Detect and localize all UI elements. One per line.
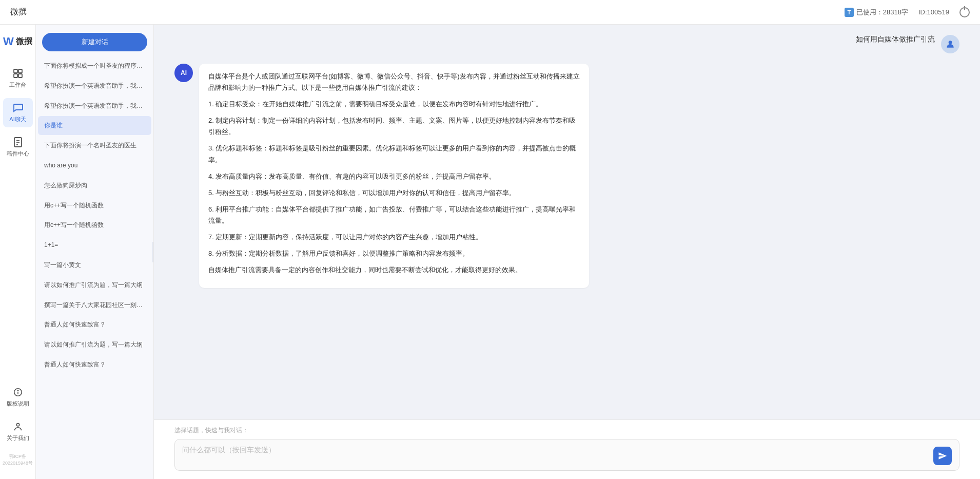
usage-info: T 已使用：28318字 <box>845 8 908 17</box>
history-item[interactable]: 请以如何推广引流为题，写一篇大纲 <box>38 335 151 354</box>
logo-w: W <box>3 35 14 48</box>
quick-topics-label: 选择话题，快速与我对话： <box>174 426 959 435</box>
workbench-label: 工作台 <box>9 81 26 89</box>
power-icon[interactable] <box>959 7 970 17</box>
svg-rect-3 <box>18 74 22 78</box>
topbar: 微撰 T 已使用：28318字 ID:100519 <box>0 0 980 25</box>
history-item[interactable]: 撰写一篇关于八大家花园社区一刻钟便民生... <box>38 296 151 315</box>
ai-chat-label: AI聊天 <box>9 116 26 123</box>
main-layout: W 微撰 工作台 AI聊天 <box>0 25 980 479</box>
svg-rect-1 <box>18 69 22 73</box>
svg-point-11 <box>16 424 19 426</box>
ai-paragraph-3: 3. 优化标题和标签：标题和标签是吸引粉丝的重要因素。优化标题和标签可以让更多的… <box>208 143 580 165</box>
chat-input[interactable] <box>182 445 928 465</box>
ai-message-row: AI 自媒体平台是个人或团队通过互联网平台(如博客、微博、微信公众号、抖音、快手… <box>174 64 959 288</box>
ai-message-bubble: 自媒体平台是个人或团队通过互联网平台(如博客、微博、微信公众号、抖音、快手等)发… <box>199 64 589 288</box>
history-item[interactable]: 下面你将扮演一个名叫圣友的医生 <box>38 136 151 155</box>
topbar-right: T 已使用：28318字 ID:100519 <box>845 7 970 17</box>
ai-paragraph-8: 8. 分析数据：定期分析数据，了解用户反馈和喜好，以便调整推广策略和内容发布频率… <box>208 248 580 259</box>
history-item[interactable]: 你是谁 <box>38 116 151 135</box>
history-item[interactable]: 下面你将模拟成一个叫圣友的程序员，我说... <box>38 56 151 75</box>
history-item[interactable]: 1+1= <box>38 236 151 255</box>
ai-paragraph-9: 自媒体推广引流需要具备一定的内容创作和社交能力，同时也需要不断尝试和优化，才能取… <box>208 264 580 276</box>
chat-area: 如何用自媒体做推广引流 AI 自媒体平台是个人或团队通过互联网平台(如博客、微博… <box>154 25 980 479</box>
collapse-handle[interactable]: ‹ <box>152 242 154 262</box>
history-item[interactable]: 用c++写一个随机函数 <box>38 196 151 215</box>
send-icon <box>938 451 947 461</box>
usage-icon: T <box>845 8 854 17</box>
send-button[interactable] <box>933 447 952 465</box>
sidebar-item-copyright[interactable]: 版权说明 <box>3 382 33 412</box>
sidebar-item-about[interactable]: 关于我们 <box>3 417 33 446</box>
icp-text: 鄂ICP备2022015948号 <box>0 451 35 469</box>
svg-rect-0 <box>14 69 17 73</box>
history-item[interactable]: 写一篇小黄文 <box>38 256 151 275</box>
svg-point-12 <box>949 41 952 44</box>
ai-paragraph-4: 4. 发布高质量内容：发布高质量、有价值、有趣的内容可以吸引更多的粉丝，并提高用… <box>208 171 580 182</box>
topbar-title: 微撰 <box>10 7 27 17</box>
svg-point-10 <box>17 390 18 391</box>
drafts-label: 稿件中心 <box>7 150 29 158</box>
copyright-icon <box>12 387 24 398</box>
history-item[interactable]: 普通人如何快速致富？ <box>38 315 151 334</box>
id-text: ID:100519 <box>918 8 949 16</box>
sidebar-item-drafts[interactable]: 稿件中心 <box>3 132 33 162</box>
left-nav: W 微撰 工作台 AI聊天 <box>0 25 36 479</box>
chat-icon <box>12 102 24 113</box>
input-row <box>174 439 959 471</box>
grid-icon <box>12 68 24 79</box>
nav-bottom: 版权说明 关于我们 鄂ICP备2022015948号 <box>0 382 35 469</box>
new-chat-button[interactable]: 新建对话 <box>42 33 147 51</box>
ai-paragraph-2: 2. 制定内容计划：制定一份详细的内容计划，包括发布时间、频率、主题、文案、图片… <box>208 115 580 138</box>
ai-paragraph-5: 5. 与粉丝互动：积极与粉丝互动，回复评论和私信，可以增加用户对你的认可和信任，… <box>208 187 580 199</box>
usage-text: 已使用：28318字 <box>856 8 908 17</box>
copyright-label: 版权说明 <box>7 400 29 408</box>
ai-paragraph-1: 1. 确定目标受众：在开始自媒体推广引流之前，需要明确目标受众是谁，以便在发布内… <box>208 99 580 110</box>
logo: W 微撰 <box>3 35 32 48</box>
history-item[interactable]: 普通人如何快速致富？ <box>38 355 151 374</box>
history-item[interactable]: 用c++写一个随机函数 <box>38 216 151 235</box>
chat-messages: 如何用自媒体做推广引流 AI 自媒体平台是个人或团队通过互联网平台(如博客、微博… <box>154 25 980 419</box>
input-area: 选择话题，快速与我对话： <box>154 419 980 479</box>
sidebar-item-ai-chat[interactable]: AI聊天 <box>3 98 33 127</box>
user-avatar <box>941 35 959 53</box>
user-message-row: 如何用自媒体做推广引流 <box>174 35 959 53</box>
about-icon <box>12 421 24 432</box>
history-item[interactable]: 怎么做狗屎炒肉 <box>38 176 151 195</box>
sidebar-item-workbench[interactable]: 工作台 <box>3 64 33 93</box>
history-list: 下面你将模拟成一个叫圣友的程序员，我说...希望你扮演一个英语发音助手，我提供给… <box>36 56 153 479</box>
ai-avatar: AI <box>174 64 193 82</box>
svg-rect-2 <box>14 74 17 78</box>
history-item[interactable]: 希望你扮演一个英语发音助手，我提供给你... <box>38 76 151 95</box>
history-item[interactable]: who are you <box>38 156 151 175</box>
history-item[interactable]: 请以如何推广引流为题，写一篇大纲 <box>38 276 151 295</box>
doc-icon <box>12 137 24 148</box>
logo-text: 微撰 <box>16 36 32 47</box>
history-item[interactable]: 希望你扮演一个英语发音助手，我提供给你... <box>38 97 151 116</box>
ai-paragraph-6: 6. 利用平台推广功能：自媒体平台都提供了推广功能，如广告投放、付费推广等，可以… <box>208 204 580 226</box>
user-message-text: 如何用自媒体做推广引流 <box>856 35 935 44</box>
svg-rect-4 <box>14 138 22 147</box>
ai-paragraph-0: 自媒体平台是个人或团队通过互联网平台(如博客、微博、微信公众号、抖音、快手等)发… <box>208 71 580 93</box>
about-label: 关于我们 <box>7 434 29 442</box>
ai-paragraph-7: 7. 定期更新：定期更新内容，保持活跃度，可以让用户对你的内容产生兴趣，增加用户… <box>208 232 580 243</box>
history-sidebar: 新建对话 下面你将模拟成一个叫圣友的程序员，我说...希望你扮演一个英语发音助手… <box>36 25 154 479</box>
